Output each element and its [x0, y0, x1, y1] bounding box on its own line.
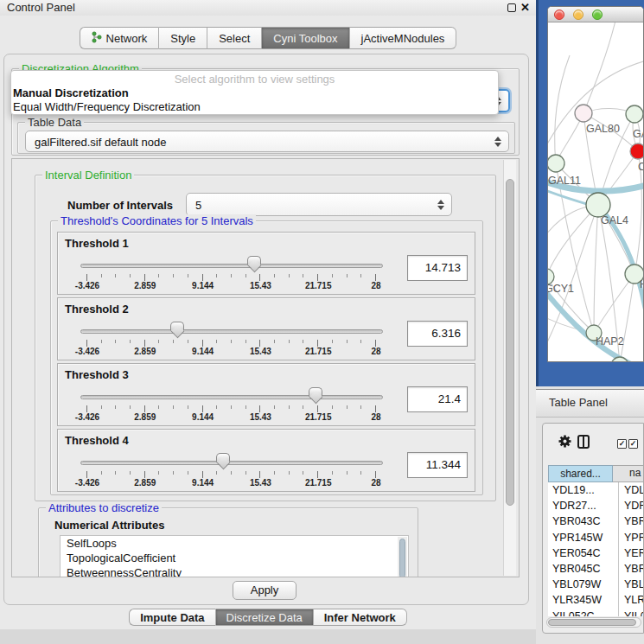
- table-row[interactable]: YDL19...YDL1: [548, 482, 644, 498]
- network-node[interactable]: [548, 155, 564, 172]
- tab-select[interactable]: Select: [207, 27, 262, 49]
- node-label-c: C: [638, 161, 644, 173]
- attribute-item-topologicalcoefficient[interactable]: TopologicalCoefficient: [61, 551, 408, 565]
- threshold-slider-thumb[interactable]: [216, 453, 230, 462]
- table-row[interactable]: YDR27...YDR2: [548, 498, 644, 513]
- algorithm-option-equal-width-frequency-discretization[interactable]: Equal Width/Frequency Discretization: [13, 100, 201, 113]
- top-tab-bar: NetworkStyleSelectCyni ToolboxjActiveMNo…: [0, 27, 536, 49]
- attributes-list-scrollbar[interactable]: [398, 537, 407, 577]
- network-view-frame: GAL80GAGAL11CGAL4GCY1HHAP2: [536, 0, 644, 386]
- threshold-slider-track[interactable]: [80, 461, 383, 465]
- thresholds-group-title: Threshold's Coordinates for 5 Intervals: [58, 214, 256, 227]
- algorithm-placeholder-option[interactable]: Select algorithm to view settings: [11, 73, 498, 86]
- cell-name: YBL0: [618, 577, 644, 592]
- attributes-list-scrollbar-thumb[interactable]: [399, 539, 405, 577]
- number-of-intervals-combobox[interactable]: 5: [186, 193, 452, 216]
- slider-tick-label: 15.43: [250, 281, 271, 290]
- network-node[interactable]: [626, 105, 643, 123]
- table-row[interactable]: YER054CYER0: [548, 545, 644, 561]
- node-label-gal11: GAL11: [548, 175, 581, 187]
- threshold-value-field[interactable]: 21.4: [407, 386, 468, 412]
- table-panel: ✓ ✓ shared... na YDL19...YDL1YDR27...YDR…: [542, 423, 644, 634]
- window-title: Control Panel: [7, 1, 75, 14]
- slider-major-ticks: [86, 340, 378, 347]
- threshold-value-field[interactable]: 14.713: [407, 255, 468, 281]
- slider-tick-label: 28: [371, 412, 380, 422]
- column-header-name[interactable]: na: [613, 465, 644, 482]
- cell-name: YDL1: [618, 482, 644, 498]
- column-header-shared-name[interactable]: shared...: [548, 465, 613, 482]
- threshold-slider-track[interactable]: [80, 329, 383, 334]
- checkbox-icon[interactable]: ✓: [628, 439, 638, 449]
- table-row[interactable]: YIL052CYIL0: [548, 609, 644, 617]
- slider-tick-label: 15.43: [250, 412, 271, 422]
- minimize-traffic-light-icon[interactable]: [573, 10, 583, 20]
- threshold-slider-thumb[interactable]: [170, 322, 184, 331]
- algorithm-option-manual-discretization[interactable]: Manual Discretization: [13, 86, 129, 99]
- network-node[interactable]: [586, 193, 610, 217]
- bottom-tab-infer-network[interactable]: Infer Network: [314, 609, 407, 626]
- window-bottom-edge: [0, 629, 536, 644]
- bottom-tab-discretize-data[interactable]: Discretize Data: [216, 609, 314, 626]
- column-layout-icon[interactable]: [577, 435, 590, 449]
- table-row[interactable]: YPR145WYPR1: [548, 530, 644, 545]
- attribute-item-selfloops[interactable]: SelfLoops: [61, 536, 408, 551]
- table-horizontal-scrollbar[interactable]: [546, 617, 641, 628]
- close-icon[interactable]: ✕: [520, 1, 530, 14]
- close-traffic-light-icon[interactable]: [554, 10, 564, 20]
- slider-tick-label: 2.859: [134, 412, 156, 422]
- gear-icon[interactable]: [558, 434, 572, 449]
- table-row[interactable]: YBR045CYBR0: [548, 561, 644, 577]
- threshold-value-field[interactable]: 11.344: [407, 452, 468, 478]
- cell-name: YBR0: [618, 561, 644, 577]
- tab-style[interactable]: Style: [159, 27, 207, 49]
- number-of-intervals-label: Number of Intervals: [67, 199, 173, 212]
- numerical-attributes-list[interactable]: SelfLoopsTopologicalCoefficientBetweenne…: [60, 535, 409, 577]
- node-label-gcy1: GCY1: [548, 283, 574, 295]
- cyni-toolbox-panel: Discretization Algorithm Table Data galF…: [3, 54, 529, 605]
- network-node[interactable]: [575, 105, 592, 122]
- network-icon: [92, 31, 102, 46]
- table-scrollbar-thumb[interactable]: [548, 619, 636, 626]
- slider-tick-label: 9.144: [192, 412, 214, 422]
- tab-network[interactable]: Network: [80, 27, 160, 49]
- slider-tick-label: 2.859: [134, 347, 156, 356]
- threshold-slider-track[interactable]: [80, 395, 383, 399]
- attribute-item-betweennesscentrality[interactable]: BetweennessCentrality: [61, 565, 408, 577]
- threshold-slider-thumb[interactable]: [247, 256, 261, 265]
- apply-button[interactable]: Apply: [233, 581, 296, 600]
- zoom-traffic-light-icon[interactable]: [592, 10, 603, 20]
- cell-name: YIL0: [618, 609, 644, 617]
- network-node-selected[interactable]: [630, 143, 644, 159]
- float-icon[interactable]: [507, 3, 516, 12]
- tab-jactivemnodules[interactable]: jActiveMNodules: [350, 27, 457, 49]
- settings-scrollbar-thumb[interactable]: [506, 179, 514, 506]
- threshold-label: Threshold 4: [65, 434, 129, 447]
- threshold-slider-thumb[interactable]: [309, 387, 322, 397]
- checkbox-icon[interactable]: ✓: [617, 439, 627, 449]
- threshold-panel-1: Threshold 1-3.4262.8599.14415.4321.71528…: [57, 232, 475, 295]
- network-canvas[interactable]: GAL80GAGAL11CGAL4GCY1HHAP2: [548, 22, 644, 362]
- cell-name: YBR0: [618, 513, 644, 529]
- bottom-tab-impute-data[interactable]: Impute Data: [129, 609, 215, 626]
- tab-label: Cyni Toolbox: [273, 32, 337, 45]
- table-data-combobox[interactable]: galFiltered.sif default node: [25, 131, 509, 152]
- table-row[interactable]: YBR043CYBR0: [548, 513, 644, 529]
- threshold-slider-track[interactable]: [80, 264, 383, 268]
- network-view-window: GAL80GAGAL11CGAL4GCY1HHAP2: [547, 6, 644, 362]
- slider-tick-label: 2.859: [134, 478, 156, 488]
- settings-vertical-scrollbar[interactable]: [503, 160, 516, 576]
- threshold-value-field[interactable]: 6.316: [407, 321, 468, 347]
- table-row[interactable]: YBL079WYBL0: [548, 577, 644, 592]
- slider-tick-label: -3.426: [75, 412, 99, 422]
- slider-tick-label: 9.144: [192, 281, 214, 290]
- cell-name: YDR2: [618, 498, 644, 513]
- tab-label: Style: [170, 32, 195, 45]
- slider-tick-label: 28: [371, 347, 380, 356]
- slider-tick-label: 21.715: [305, 478, 332, 488]
- cell-shared-name: YER054C: [552, 545, 601, 561]
- number-of-intervals-value: 5: [195, 198, 201, 211]
- tab-cyni-toolbox[interactable]: Cyni Toolbox: [262, 27, 349, 49]
- table-row[interactable]: YLR345WYLR3: [548, 592, 644, 608]
- settings-scrollpane: Interval Definition Number of Intervals …: [11, 158, 520, 577]
